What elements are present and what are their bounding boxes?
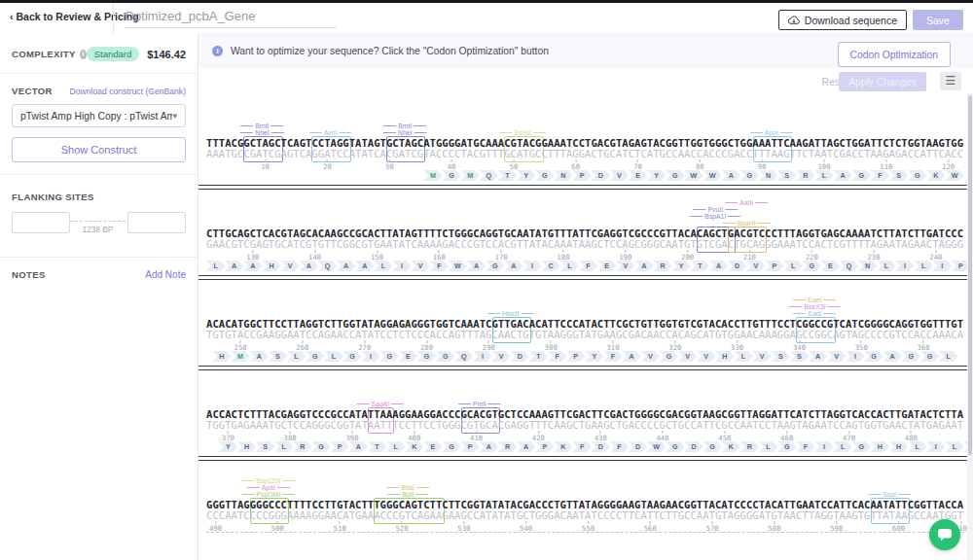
restriction-site-label[interactable]: BsaHI [723, 220, 771, 227]
show-construct-button[interactable]: Show Construct [12, 137, 186, 162]
restriction-site-label[interactable]: BspA1I [690, 213, 740, 220]
tick-number: 190 [619, 253, 631, 262]
restriction-site-label[interactable]: BsiWI [500, 129, 547, 136]
restriction-site-label[interactable]: Bsp120I [241, 477, 295, 484]
dna-bottom-strand: CCCAATCCCCGGGAAAAGGAACATGAAACCCGTCAGAAGA… [206, 510, 963, 521]
restriction-site-label[interactable]: BmtI [383, 122, 426, 129]
amino-acid: F [603, 351, 622, 362]
amino-acid: Q [318, 261, 337, 271]
chat-launcher[interactable] [929, 519, 960, 550]
amino-acid: D [592, 441, 610, 452]
amino-acid: L [759, 441, 777, 452]
tick-number: 380 [284, 434, 297, 442]
amino-acid: F [871, 170, 889, 181]
sequence-viewer[interactable]: BmtINheIAvrIIBmtINheIBsiWIApoITTTACGGCTA… [198, 93, 967, 560]
tick-number: 140 [308, 253, 321, 262]
amino-acid: K [405, 441, 423, 452]
sequence-row: Bsp120IApaIPspOMIBbsIBpiISspIGGGTTAGGGGC… [198, 476, 967, 560]
tick-number: 160 [433, 253, 446, 262]
amino-acid: N [759, 170, 777, 181]
sequence-name-field[interactable]: Optimized_pcbA_Gene [125, 9, 337, 28]
position-tick: 180 [557, 250, 569, 262]
flanking-right-input[interactable] [127, 212, 186, 233]
restriction-site-label[interactable]: PspOMI [242, 491, 296, 498]
position-tick: 40 [448, 159, 456, 171]
restriction-site-label[interactable]: ApaI [247, 484, 290, 491]
tick-number: 440 [656, 434, 668, 442]
info-icon[interactable]: i [80, 50, 87, 59]
tick-number: 340 [793, 343, 806, 352]
apply-changes-button[interactable]: Apply Changes [839, 72, 926, 91]
position-tick: 440 [656, 431, 668, 442]
amino-acid: A [243, 261, 262, 271]
amino-acid: G [443, 170, 461, 181]
amino-acid: E [597, 261, 616, 271]
row-separator [198, 456, 967, 461]
amino-acid: V [753, 351, 772, 362]
download-construct-link[interactable]: Download construct (GenBank) [70, 87, 186, 96]
save-button[interactable]: Save [913, 10, 963, 30]
position-tick: 350 [855, 340, 868, 352]
tick-number: 400 [408, 434, 420, 442]
amino-acid: I [933, 261, 952, 271]
restriction-site-label[interactable]: EagI [793, 310, 836, 317]
restriction-site-label[interactable]: BseX3I [789, 303, 840, 310]
amino-acid: G [535, 170, 554, 181]
scrollbar-thumb[interactable] [968, 95, 972, 455]
download-sequence-button[interactable]: Download sequence [778, 10, 907, 30]
amino-acid: G [740, 170, 759, 181]
position-tick: 270 [358, 340, 371, 352]
tick-number: 470 [843, 434, 855, 442]
position-tick: 310 [606, 340, 619, 352]
position-tick: 400 [408, 431, 420, 442]
restriction-site-label[interactable]: BbsI [387, 484, 430, 491]
vector-label: VECTOR [12, 86, 53, 96]
amino-acid: E [423, 441, 442, 452]
restriction-site-label[interactable]: NheI [383, 129, 426, 136]
menu-button[interactable]: ☰ [940, 72, 961, 90]
amino-acid: R [740, 441, 759, 452]
amino-acid: G [380, 351, 399, 362]
tick-number: 200 [681, 253, 694, 262]
restriction-site-label[interactable]: SspI [868, 491, 911, 498]
restriction-site-label[interactable]: BmtI [240, 122, 283, 129]
restriction-site-label[interactable]: HincII [487, 310, 533, 317]
back-link[interactable]: ‹Back to Review & Pricing [10, 11, 139, 22]
scrollbar-track[interactable] [967, 93, 973, 560]
vector-select[interactable]: pTwist Amp High Copy : pTwist Amp ▾ [12, 104, 186, 127]
flanking-left-input[interactable] [12, 212, 70, 233]
amino-acid: L [939, 351, 957, 362]
tick-number: 370 [222, 434, 234, 442]
banner-text: Want to optimize your sequence? Click th… [231, 46, 549, 56]
amino-acid: L [374, 261, 392, 271]
tick-number: 130 [246, 253, 259, 262]
amino-acid: A [349, 441, 368, 452]
amino-acid: D [684, 441, 703, 452]
restriction-site-label[interactable]: BpiI [388, 491, 429, 498]
restriction-site-label[interactable]: AvrII [309, 129, 352, 136]
codon-optimization-button[interactable]: Codon Optimization [838, 42, 951, 67]
amino-acid: L [324, 351, 342, 362]
add-note-link[interactable]: Add Note [145, 269, 186, 280]
tick-number: 310 [606, 343, 619, 352]
amino-acid: T [368, 441, 386, 452]
amino-acid: A [634, 261, 653, 271]
row-separator [198, 185, 967, 190]
restriction-site-label[interactable]: ApoI [750, 129, 793, 136]
tick-number: 450 [718, 434, 731, 442]
tick-number: 330 [731, 343, 743, 352]
top-bar: ‹Back to Review & Pricing Optimized_pcbA… [0, 3, 973, 34]
restriction-site-label[interactable]: PvuII [694, 206, 739, 213]
restriction-site-label[interactable]: SaqAI [356, 401, 404, 407]
position-tick: 140 [308, 250, 321, 262]
position-tick: 380 [284, 431, 297, 442]
amino-acid: W [945, 170, 963, 181]
restriction-site-label[interactable]: EaeI [793, 297, 836, 303]
restriction-site-label[interactable]: NheI [240, 129, 283, 136]
tick-number: 230 [867, 253, 880, 262]
restriction-site-label[interactable]: AatII [725, 199, 768, 206]
position-tick: 330 [731, 340, 743, 352]
restriction-site-label[interactable]: PmlI [458, 401, 501, 407]
amino-acid: V [412, 261, 430, 271]
tick-number: 50 [510, 162, 519, 171]
